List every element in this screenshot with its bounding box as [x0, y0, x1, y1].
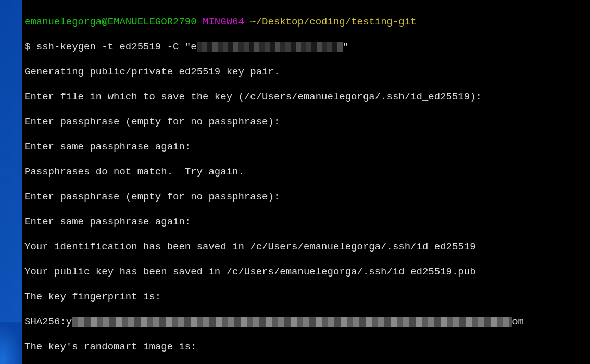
output-line: Your identification has been saved in /c…	[24, 241, 588, 253]
user-host: emanuelegorga@EMANUELEGOR2790	[24, 16, 197, 28]
windows-desktop-accent	[0, 322, 22, 364]
command-line: $ ssh-keygen -t ed25519 -C "e"	[24, 41, 588, 53]
output-line: Enter passphrase (empty for no passphras…	[24, 191, 588, 203]
terminal-window[interactable]: emanuelegorga@EMANUELEGOR2790 MINGW64 ~/…	[22, 0, 590, 364]
output-line: The key's randomart image is:	[24, 341, 588, 353]
mingw-label: MINGW64	[203, 16, 244, 28]
sha256-suffix: om	[512, 316, 524, 328]
output-line: The key fingerprint is:	[24, 291, 588, 303]
output-line: Enter file in which to save the key (/c/…	[24, 91, 588, 103]
command-text-part1: ssh-keygen -t ed25519 -C "e	[36, 41, 197, 53]
output-line: Passphrases do not match. Try again.	[24, 166, 588, 178]
output-line: Enter passphrase (empty for no passphras…	[24, 116, 588, 128]
sha256-prefix: SHA256:y	[24, 316, 72, 328]
redacted-fingerprint	[72, 317, 512, 327]
prompt-dollar: $	[24, 41, 36, 53]
command-text-part2: "	[343, 41, 348, 53]
redacted-email	[197, 42, 343, 52]
prompt-line-1: emanuelegorga@EMANUELEGOR2790 MINGW64 ~/…	[24, 16, 588, 28]
fingerprint-line: SHA256:yom	[24, 316, 588, 328]
output-line: Your public key has been saved in /c/Use…	[24, 266, 588, 278]
output-line: Enter same passphrase again:	[24, 141, 588, 153]
cwd-path: ~/Desktop/coding/testing-git	[250, 16, 416, 28]
output-line: Enter same passphrase again:	[24, 216, 588, 228]
output-line: Generating public/private ed25519 key pa…	[24, 66, 588, 78]
